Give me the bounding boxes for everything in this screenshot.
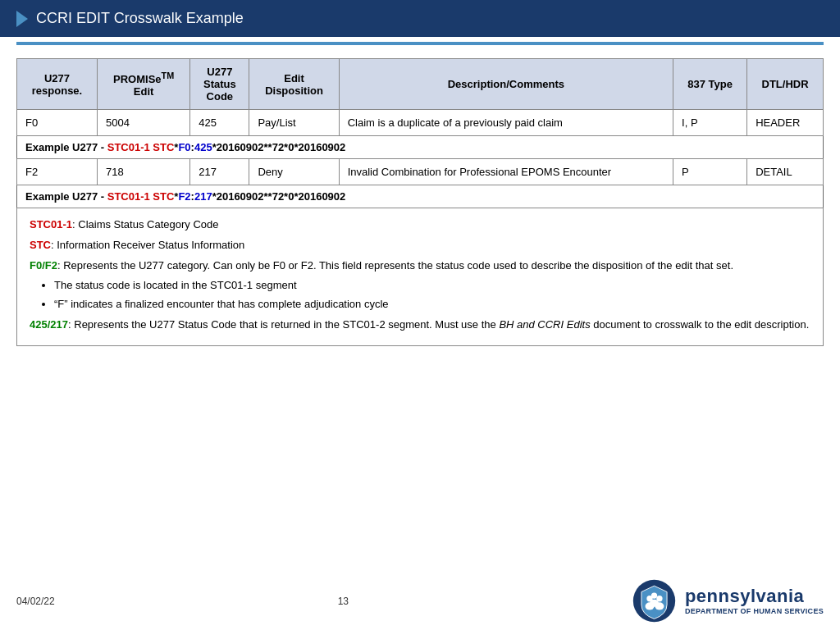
codes-italic: BH and CCRI Edits bbox=[499, 318, 590, 331]
col-dtl-hdr: DTL/HDR bbox=[747, 59, 824, 110]
pa-logo-icon bbox=[632, 578, 677, 623]
col-edit-disposition: EditDisposition bbox=[249, 59, 339, 110]
cell-disposition-2: Deny bbox=[249, 159, 339, 185]
list-item: The status code is located in the STC01-… bbox=[54, 277, 810, 294]
table-row: F0 5004 425 Pay/List Claim is a duplicat… bbox=[17, 110, 824, 136]
cell-status-code-2: 217 bbox=[190, 159, 249, 185]
example-label-2: Example U277 - bbox=[25, 190, 107, 203]
legend-stc01: STC01-1: Claims Status Category Code bbox=[30, 217, 810, 234]
legend-codes: 425/217: Represents the U277 Status Code… bbox=[30, 317, 810, 334]
col-837-type: 837 Type bbox=[673, 59, 747, 110]
legend-f0f2: F0/F2: Represents the U277 category. Can… bbox=[30, 258, 810, 275]
footer-date: 04/02/22 bbox=[16, 596, 55, 607]
svg-point-6 bbox=[650, 600, 659, 607]
col-description: Description/Comments bbox=[339, 59, 673, 110]
f2-key: F2 bbox=[45, 259, 57, 272]
cell-type-2: P bbox=[673, 159, 747, 185]
stc-key: STC bbox=[30, 239, 51, 251]
cell-promise-edit-2: 718 bbox=[98, 159, 190, 185]
code-425-key: 425 bbox=[30, 318, 48, 331]
codes-def: : Represents the U277 Status Code that i… bbox=[68, 318, 499, 331]
footer: 04/02/22 13 pennsylvania DEPARTMENT OF H… bbox=[0, 572, 840, 630]
header-title: CCRI EDIT Crosswalk Example bbox=[36, 10, 244, 27]
pa-logo: pennsylvania DEPARTMENT OF HUMAN SERVICE… bbox=[632, 578, 824, 623]
accent-line bbox=[16, 42, 824, 45]
stc01-label-1: STC01-1 STC bbox=[107, 141, 175, 153]
f2-label-1: F2 bbox=[178, 190, 190, 203]
legend-stc: STC: Information Receiver Status Informa… bbox=[30, 237, 810, 254]
stc01-label-2: STC01-1 STC bbox=[107, 190, 175, 203]
f0f2-def: : Represents the U277 category. Can only… bbox=[57, 259, 733, 272]
cell-promise-edit-1: 5004 bbox=[98, 110, 190, 136]
f0-label-1: F0 bbox=[178, 141, 190, 153]
table-header-row: U277response. PROMISeTMEdit U277StatusCo… bbox=[17, 59, 824, 110]
code-425: 425 bbox=[194, 141, 212, 153]
rest-2: *20160902**72*0*20160902 bbox=[212, 190, 346, 203]
f0-key: F0 bbox=[30, 259, 42, 272]
cell-description-1: Claim is a duplicate of a previously pai… bbox=[339, 110, 673, 136]
footer-page: 13 bbox=[338, 596, 349, 607]
stc01-def: : Claims Status Category Code bbox=[72, 218, 218, 231]
data-table: U277response. PROMISeTMEdit U277StatusCo… bbox=[16, 58, 824, 208]
col-promise-edit: PROMISeTMEdit bbox=[98, 59, 190, 110]
pa-logo-text: pennsylvania DEPARTMENT OF HUMAN SERVICE… bbox=[685, 586, 824, 617]
cell-status-code-1: 425 bbox=[190, 110, 249, 136]
rest-1: *20160902**72*0*20160902 bbox=[212, 141, 346, 153]
bullet1-text: The status code is located in the STC01-… bbox=[54, 279, 297, 291]
code-217: 217 bbox=[194, 190, 212, 203]
code-217-key: 217 bbox=[50, 318, 68, 331]
example-text-2: Example U277 - STC01-1 STC*F2:217*201609… bbox=[17, 185, 824, 208]
cell-dtlhdr-1: HEADER bbox=[747, 110, 824, 136]
bullet-list: The status code is located in the STC01-… bbox=[54, 277, 810, 313]
stc01-key: STC01-1 bbox=[30, 218, 72, 231]
header-arrow-icon bbox=[16, 11, 28, 27]
stc-def: : Information Receiver Status Informatio… bbox=[51, 239, 244, 251]
page: CCRI EDIT Crosswalk Example U277response… bbox=[0, 0, 840, 630]
pa-logo-name: pennsylvania bbox=[685, 586, 824, 607]
col-u277response: U277response. bbox=[17, 59, 98, 110]
pa-logo-dept: DEPARTMENT OF HUMAN SERVICES bbox=[685, 607, 824, 617]
list-item: “F” indicates a finalized encounter that… bbox=[54, 296, 810, 313]
header-bar: CCRI EDIT Crosswalk Example bbox=[0, 0, 840, 37]
col-u277-status-code: U277StatusCode bbox=[190, 59, 249, 110]
example-row-1: Example U277 - STC01-1 STC*F0:425*201609… bbox=[17, 136, 824, 159]
example-text-1: Example U277 - STC01-1 STC*F0:425*201609… bbox=[17, 136, 824, 159]
codes-def2: document to crosswalk to the edit descri… bbox=[591, 318, 810, 331]
svg-point-5 bbox=[651, 592, 657, 598]
cell-description-2: Invalid Combination for Professional EPO… bbox=[339, 159, 673, 185]
cell-u277response-2: F2 bbox=[17, 159, 98, 185]
example-row-2: Example U277 - STC01-1 STC*F2:217*201609… bbox=[17, 185, 824, 208]
bullet2-text: “F” indicates a finalized encounter that… bbox=[54, 298, 389, 310]
cell-u277response-1: F0 bbox=[17, 110, 98, 136]
cell-dtlhdr-2: DETAIL bbox=[747, 159, 824, 185]
main-content: U277response. PROMISeTMEdit U277StatusCo… bbox=[0, 50, 840, 572]
example-label-1: Example U277 - bbox=[25, 141, 107, 153]
table-row: F2 718 217 Deny Invalid Combination for … bbox=[17, 159, 824, 185]
cell-type-1: I, P bbox=[673, 110, 747, 136]
legend-section: STC01-1: Claims Status Category Code STC… bbox=[16, 208, 824, 346]
cell-disposition-1: Pay/List bbox=[249, 110, 339, 136]
